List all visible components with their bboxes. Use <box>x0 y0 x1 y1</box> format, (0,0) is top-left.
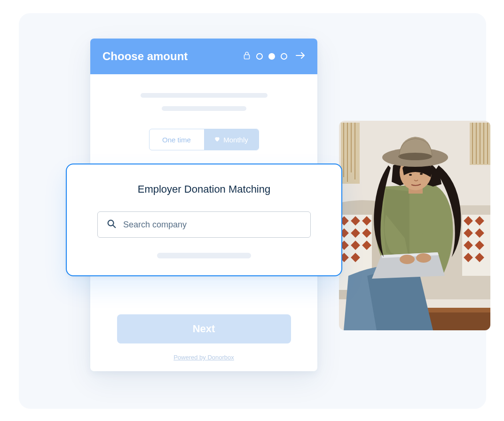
svg-rect-35 <box>424 308 490 312</box>
step-indicator-2 <box>268 53 275 60</box>
form-body: One time Monthly <box>90 74 317 160</box>
next-button[interactable]: Next <box>117 314 291 343</box>
svg-point-36 <box>400 255 415 264</box>
step-indicator-3 <box>281 53 287 60</box>
skeleton-line <box>162 106 246 111</box>
employer-matching-modal: Employer Donation Matching <box>66 164 342 276</box>
header-icons <box>243 51 305 62</box>
frequency-option-onetime[interactable]: One time <box>150 129 204 150</box>
svg-line-47 <box>113 226 116 228</box>
frequency-option-monthly[interactable]: Monthly <box>204 129 259 150</box>
svg-point-37 <box>416 253 431 263</box>
svg-point-43 <box>398 153 432 160</box>
skeleton-line <box>157 253 251 258</box>
lock-icon <box>243 51 251 62</box>
frequency-label: Monthly <box>223 136 248 144</box>
company-search-box[interactable] <box>97 211 311 238</box>
svg-point-46 <box>108 220 114 226</box>
form-bottom-area: Next Powered by Donorbox <box>90 314 317 361</box>
decorative-photo <box>339 121 490 330</box>
company-search-input[interactable] <box>123 220 302 230</box>
arrow-right-icon[interactable] <box>293 52 305 61</box>
next-button-label: Next <box>193 323 215 335</box>
form-title: Choose amount <box>102 50 188 63</box>
svg-point-41 <box>420 173 423 175</box>
form-header: Choose amount <box>90 39 317 74</box>
search-icon <box>106 218 117 231</box>
powered-by-link[interactable]: Powered by Donorbox <box>173 354 234 361</box>
skeleton-line <box>141 93 268 98</box>
svg-point-40 <box>409 174 412 176</box>
modal-title: Employer Donation Matching <box>138 183 270 195</box>
frequency-toggle: One time Monthly <box>149 129 259 150</box>
frequency-label: One time <box>162 136 191 144</box>
svg-rect-44 <box>244 55 250 59</box>
heart-icon <box>214 136 220 144</box>
step-indicator-1 <box>256 53 263 60</box>
